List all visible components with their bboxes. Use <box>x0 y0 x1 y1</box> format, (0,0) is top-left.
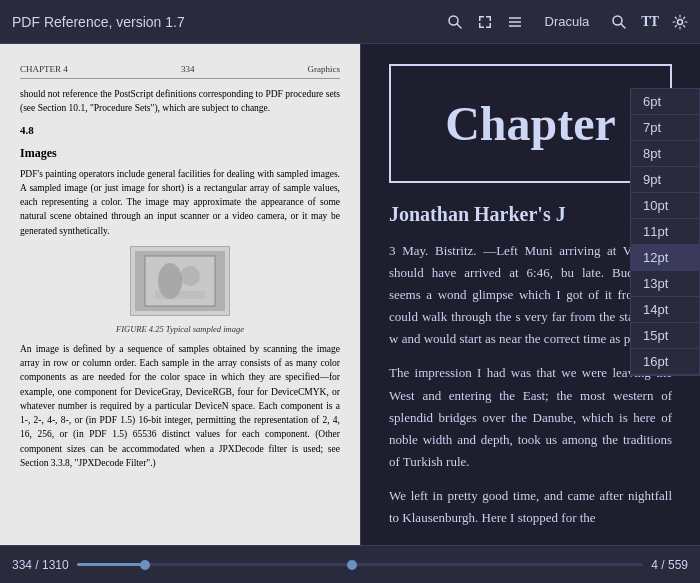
left-progress-bar[interactable] <box>77 563 350 566</box>
left-page-info: 334 / 1310 <box>12 558 69 572</box>
bottom-left: 334 / 1310 <box>12 558 350 572</box>
pdf-section-number: 4.8 <box>20 124 340 136</box>
font-size-option[interactable]: 16pt <box>631 349 699 375</box>
search-right-icon[interactable] <box>611 14 627 30</box>
pdf-figure <box>130 246 230 316</box>
svg-point-15 <box>678 19 683 24</box>
font-size-option[interactable]: 7pt <box>631 115 699 141</box>
svg-rect-7 <box>479 23 481 28</box>
search-icon[interactable] <box>447 14 463 30</box>
font-size-option[interactable]: 9pt <box>631 167 699 193</box>
ebook-paragraph-2: The impression I had was that we were le… <box>389 362 672 472</box>
pdf-header-text: should not reference the PostScript defi… <box>20 87 340 116</box>
right-page-info: 4 / 559 <box>651 558 688 572</box>
main-content: CHAPTER 4 334 Graphics should not refere… <box>0 44 700 545</box>
font-size-dropdown[interactable]: 6pt7pt8pt9pt10pt11pt12pt13pt14pt15pt16pt <box>630 88 700 376</box>
font-size-option[interactable]: 12pt <box>631 245 699 271</box>
pdf-figure-caption: FIGURE 4.25 Typical sampled image <box>20 324 340 334</box>
font-size-option[interactable]: 8pt <box>631 141 699 167</box>
left-progress-handle <box>140 560 150 570</box>
svg-point-19 <box>180 266 200 286</box>
svg-line-14 <box>621 24 625 28</box>
pdf-chapter-label: CHAPTER 4 <box>20 64 68 74</box>
svg-rect-5 <box>489 16 491 21</box>
toolbar-icons: Dracula TT <box>447 12 688 31</box>
bottom-toolbar: 334 / 1310 4 / 559 <box>0 545 700 583</box>
pdf-panel: CHAPTER 4 334 Graphics should not refere… <box>0 44 360 545</box>
pdf-page-number: 334 <box>181 64 195 74</box>
ebook-paragraph-3: We left in pretty good time, and came af… <box>389 485 672 529</box>
settings-icon[interactable] <box>672 14 688 30</box>
font-size-option[interactable]: 10pt <box>631 193 699 219</box>
bottom-right: 4 / 559 <box>350 558 688 572</box>
svg-rect-9 <box>489 23 491 28</box>
svg-rect-20 <box>155 291 205 299</box>
font-size-option[interactable]: 6pt <box>631 89 699 115</box>
pdf-section-title: Images <box>20 146 340 161</box>
fullscreen-icon[interactable] <box>477 14 493 30</box>
right-progress-handle <box>347 560 357 570</box>
pdf-page-header: CHAPTER 4 334 Graphics <box>20 64 340 79</box>
font-size-option[interactable]: 11pt <box>631 219 699 245</box>
theme-label[interactable]: Dracula <box>537 12 598 31</box>
font-size-option[interactable]: 15pt <box>631 323 699 349</box>
font-size-option[interactable]: 14pt <box>631 297 699 323</box>
pdf-body-2: An image is defined by a sequence of sam… <box>20 342 340 470</box>
font-size-option[interactable]: 13pt <box>631 271 699 297</box>
left-progress-fill <box>77 563 145 566</box>
svg-line-1 <box>457 24 461 28</box>
top-toolbar: PDF Reference, version 1.7 <box>0 0 700 44</box>
svg-rect-3 <box>479 16 481 21</box>
pdf-body-1: PDF's painting operators include general… <box>20 167 340 238</box>
font-size-icon[interactable]: TT <box>641 14 658 30</box>
pdf-section-label: Graphics <box>307 64 340 74</box>
right-progress-bar[interactable] <box>350 563 643 566</box>
app-title: PDF Reference, version 1.7 <box>12 14 447 30</box>
menu-icon[interactable] <box>507 14 523 30</box>
